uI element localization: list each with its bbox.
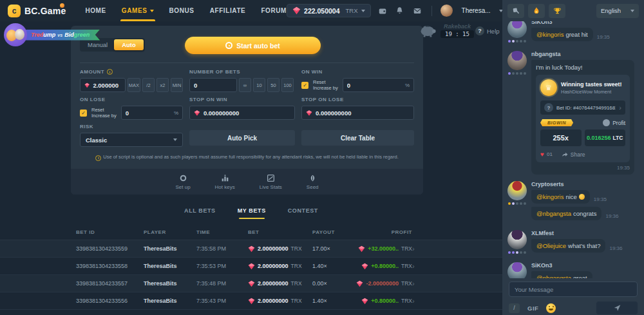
avatar[interactable] (507, 181, 527, 200)
nav-item-forum[interactable]: FORUM (261, 0, 287, 21)
bets-10-button[interactable]: 10 (253, 78, 265, 92)
bet-panel: Manual Auto Start auto bet AMOUNTi (71, 26, 423, 195)
balance-selector[interactable]: 222.050004 TRX (287, 4, 370, 17)
risk-section: RISK Classic (80, 124, 183, 147)
message-time: 19:35 (597, 34, 610, 41)
share-button[interactable]: Share (562, 151, 585, 158)
mention[interactable]: @kingoris (536, 31, 564, 38)
chat-bubble: @kingorisnice (531, 190, 590, 204)
like-button[interactable]: ♥ (540, 151, 544, 158)
auto-mode-button[interactable]: Auto (114, 39, 144, 50)
profit-amount: +32.00000.. (368, 245, 399, 252)
nav-item-affiliate[interactable]: AFFILIATE (210, 0, 246, 21)
bet-id: 3398381304233558 (76, 263, 144, 269)
nav-item-games[interactable]: GAMES (122, 0, 154, 21)
bell-icon (395, 6, 404, 15)
chat-username[interactable]: XLMfest (531, 230, 639, 236)
hot-keys-button[interactable]: Hot keys (215, 174, 235, 190)
tab-my-bets[interactable]: MY BETS (236, 204, 267, 219)
number-of-bets-input[interactable] (194, 82, 232, 89)
chat-username[interactable]: SiKOn3 (531, 262, 639, 269)
chevron-right-icon[interactable]: › (412, 262, 422, 270)
bet-time: 7:35:43 PM (196, 298, 248, 304)
gif-button[interactable]: GIF (527, 305, 538, 312)
bets-input-box (189, 78, 237, 92)
bet-time: 7:35:48 PM (196, 280, 248, 287)
stop-on-win-input[interactable] (204, 110, 290, 117)
language-selector[interactable]: English (596, 4, 639, 18)
win-card-bet-id[interactable]: ? Bet ID: #4076447949916814 › (540, 100, 625, 115)
avatar[interactable] (507, 262, 527, 278)
bets-100-button[interactable]: 100 (281, 78, 294, 92)
avatar[interactable] (507, 21, 527, 38)
stop-on-lose-section: STOP ON LOSE (301, 97, 414, 120)
send-message-button[interactable] (596, 301, 638, 314)
chat-username[interactable]: Cryptoserts (531, 181, 639, 187)
start-auto-bet-button[interactable]: Start auto bet (185, 37, 321, 54)
promo-banner[interactable]: Tredump vs Bidgreen (4, 23, 100, 46)
mention[interactable]: @kingoris (536, 193, 564, 200)
risk-dropdown[interactable]: Classic (80, 133, 183, 147)
rakeback-widget[interactable]: Rakeback 19 : 15 (419, 23, 474, 38)
chat-input-zone: / GIF (502, 278, 644, 315)
table-row[interactable]: 3398381304233556 TheresaBits 7:35:43 PM … (0, 292, 502, 310)
on-lose-input[interactable] (126, 110, 171, 117)
emoji-picker-button[interactable] (546, 303, 556, 313)
chat-fire-button[interactable] (528, 4, 545, 18)
chevron-right-icon[interactable]: › (412, 280, 422, 287)
auto-pick-button[interactable]: Auto Pick (189, 130, 295, 146)
chevron-right-icon[interactable]: › (412, 245, 422, 253)
tab-all-bets[interactable]: ALL BETS (183, 204, 217, 219)
logo[interactable]: c BC.Game (8, 5, 66, 17)
chevron-right-icon[interactable]: › (412, 297, 422, 305)
on-win-section: ON WIN ✓ Reset Increase by % (301, 69, 414, 92)
table-row[interactable]: 3398381304233557 TheresaBits 7:35:48 PM … (0, 275, 502, 292)
win-card[interactable]: ♛ Winning tastes sweet! HashDiceWow Mome… (536, 75, 630, 162)
notifications-button[interactable] (394, 5, 406, 17)
user-avatar[interactable] (440, 5, 453, 17)
navbar-right: 222.050004 TRX Theresa... (287, 4, 520, 17)
slash-commands-button[interactable]: / (509, 303, 520, 313)
info-icon[interactable]: i (107, 69, 113, 75)
chat-trophy-button[interactable] (549, 4, 565, 18)
seed-button[interactable]: Seed (307, 174, 319, 190)
level-dots (508, 202, 526, 205)
avatar[interactable] (507, 230, 527, 249)
avatar[interactable] (507, 51, 527, 70)
bets-50-button[interactable]: 50 (267, 78, 279, 92)
table-row[interactable]: 3398381304233558 TheresaBits 7:35:53 PM … (0, 258, 502, 275)
stop-on-win-label: STOP ON WIN (189, 97, 227, 102)
amount-min-button[interactable]: MIN (171, 78, 183, 92)
player-name: TheresaBits (144, 280, 196, 287)
stop-on-lose-input[interactable] (316, 110, 410, 117)
amount-input-box (80, 78, 126, 92)
amount-double-button[interactable]: x2 (156, 78, 169, 92)
nav-item-home[interactable]: HOME (85, 0, 106, 21)
table-row[interactable]: 3398381304233559 TheresaBits 7:35:58 PM … (0, 240, 502, 258)
setup-button[interactable]: Set up (175, 174, 190, 190)
nav-item-bonus[interactable]: BONUS (169, 0, 194, 21)
wallet-button[interactable] (377, 5, 388, 17)
mention[interactable]: @nbgangsta (536, 210, 571, 217)
trx-coin-icon (358, 245, 365, 253)
messages-button[interactable] (412, 5, 423, 17)
bet-amount: 2.00000000 (258, 263, 289, 269)
bets-tabs: ALL BETS MY BETS CONTEST (0, 204, 502, 219)
chat-message-input[interactable] (509, 282, 638, 297)
tab-contest[interactable]: CONTEST (287, 204, 319, 219)
amount-max-button[interactable]: MAX (128, 78, 140, 92)
chat-messages[interactable]: SiKOn3 @kingorisgreat hit 19:35 nbgangst… (502, 21, 644, 278)
bets-infinity-button[interactable]: ∞ (239, 78, 251, 92)
live-stats-button[interactable]: Live Stats (260, 174, 282, 190)
on-win-reset-checkbox[interactable]: ✓ (301, 82, 308, 89)
mention[interactable]: @Oliejuice (536, 242, 566, 249)
amount-input[interactable] (93, 82, 120, 89)
help-widget[interactable]: ? Help (475, 26, 500, 35)
chat-username[interactable]: SiKOn3 (531, 21, 639, 25)
amount-half-button[interactable]: /2 (142, 78, 155, 92)
on-win-input[interactable] (347, 82, 402, 89)
chat-username[interactable]: nbgangsta (531, 51, 639, 57)
clear-table-button[interactable]: Clear Table (301, 130, 414, 146)
chat-games-button[interactable] (507, 4, 524, 18)
on-lose-reset-checkbox[interactable]: ✓ (80, 110, 87, 117)
